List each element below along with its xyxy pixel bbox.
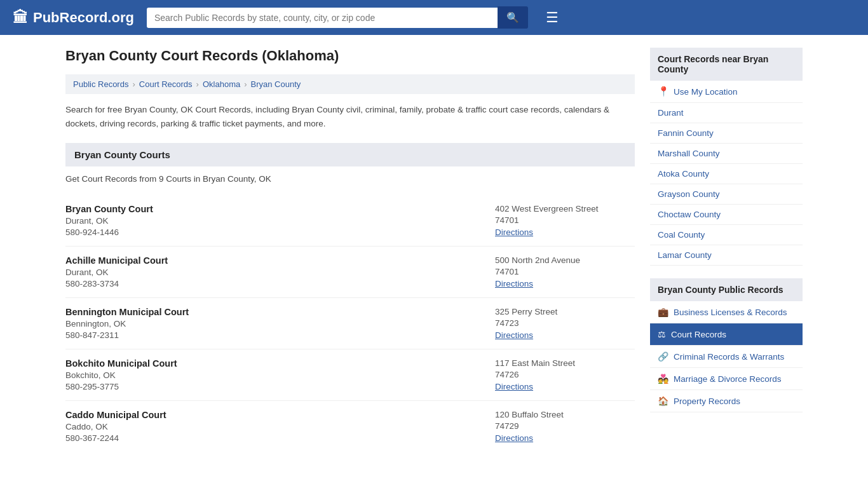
court-city: Bennington, OK	[65, 319, 189, 329]
pub-record-link[interactable]: Criminal Records & Warrants	[674, 352, 784, 362]
pub-record-link[interactable]: Property Records	[674, 396, 740, 406]
court-phone: 580-847-2311	[65, 330, 189, 340]
nearby-durant[interactable]: Durant	[650, 103, 803, 123]
search-button[interactable]: 🔍	[498, 6, 528, 29]
breadcrumb-court-records[interactable]: Court Records	[139, 79, 193, 89]
rec-icon: 🏠	[658, 396, 668, 406]
pub-record-item[interactable]: 🏠 Property Records	[650, 390, 803, 412]
court-name: Bennington Municipal Court	[65, 307, 189, 317]
court-right-0: 402 West Evergreen Street 74701 Directio…	[495, 204, 635, 237]
sidebar-pub-records-header: Bryan County Public Records	[650, 278, 803, 301]
rec-icon: 💼	[658, 307, 668, 317]
pub-record-item[interactable]: 💼 Business Licenses & Records	[650, 301, 803, 323]
court-zip: 74701	[495, 267, 635, 276]
court-phone: 580-283-3734	[65, 279, 168, 288]
nearby-grayson[interactable]: Grayson County	[650, 184, 803, 205]
court-address: 117 East Main Street	[495, 358, 635, 368]
breadcrumb-sep-3: ›	[244, 79, 247, 89]
location-icon: 📍	[658, 86, 670, 97]
rec-icon: ⚖	[658, 329, 666, 339]
court-city: Durant, OK	[65, 216, 153, 226]
site-header: 🏛 PubRecord.org 🔍 ☰	[0, 0, 868, 35]
court-city: Durant, OK	[65, 268, 168, 277]
breadcrumb-sep-1: ›	[132, 79, 135, 89]
courts-section-header: Bryan County Courts	[65, 143, 635, 166]
nearby-coal[interactable]: Coal County	[650, 225, 803, 245]
pub-record-link[interactable]: Marriage & Divorce Records	[674, 374, 782, 384]
court-left-0: Bryan County Court Durant, OK 580-924-14…	[65, 204, 153, 237]
court-name: Caddo Municipal Court	[65, 410, 166, 420]
logo-icon: 🏛	[13, 9, 28, 27]
directions-link[interactable]: Directions	[495, 433, 533, 443]
nearby-fannin[interactable]: Fannin County	[650, 123, 803, 144]
court-card: Bryan County Court Durant, OK 580-924-14…	[65, 195, 635, 247]
sidebar: Court Records near Bryan County 📍 Use My…	[650, 48, 803, 452]
court-name: Bokchito Municipal Court	[65, 358, 177, 369]
content-area: Bryan County Court Records (Oklahoma) Pu…	[65, 48, 635, 452]
breadcrumb: Public Records › Court Records › Oklahom…	[65, 74, 635, 94]
court-phone: 580-924-1446	[65, 227, 153, 237]
court-name: Bryan County Court	[65, 204, 153, 214]
nearby-marshall[interactable]: Marshall County	[650, 144, 803, 164]
court-left-4: Caddo Municipal Court Caddo, OK 580-367-…	[65, 410, 166, 443]
court-zip: 74723	[495, 318, 635, 328]
use-location-link[interactable]: Use My Location	[674, 87, 738, 97]
sidebar-nearby-header: Court Records near Bryan County	[650, 48, 803, 81]
sidebar-public-records: Bryan County Public Records 💼 Business L…	[650, 278, 803, 412]
court-zip: 74726	[495, 370, 635, 379]
court-address: 120 Buffalo Street	[495, 410, 635, 419]
pub-record-item[interactable]: 💑 Marriage & Divorce Records	[650, 368, 803, 390]
court-city: Bokchito, OK	[65, 370, 177, 380]
court-right-1: 500 North 2nd Avenue 74701 Directions	[495, 255, 635, 288]
pub-record-item[interactable]: 🔗 Criminal Records & Warrants	[650, 346, 803, 368]
menu-icon: ☰	[546, 10, 559, 25]
sidebar-nearby-list: 📍 Use My Location Durant Fannin County M…	[650, 81, 803, 266]
search-icon: 🔍	[506, 12, 519, 23]
logo[interactable]: 🏛 PubRecord.org	[13, 9, 134, 27]
page-description: Search for free Bryan County, OK Court R…	[65, 103, 635, 130]
directions-link[interactable]: Directions	[495, 382, 533, 391]
logo-text: PubRecord.org	[33, 10, 134, 26]
court-left-1: Achille Municipal Court Durant, OK 580-2…	[65, 255, 168, 288]
use-my-location[interactable]: 📍 Use My Location	[650, 81, 803, 103]
court-card: Achille Municipal Court Durant, OK 580-2…	[65, 247, 635, 298]
pub-record-item[interactable]: ⚖ Court Records	[650, 323, 803, 346]
nearby-atoka[interactable]: Atoka County	[650, 164, 803, 184]
directions-link[interactable]: Directions	[495, 279, 533, 288]
breadcrumb-public-records[interactable]: Public Records	[73, 79, 128, 89]
menu-button[interactable]: ☰	[546, 10, 559, 26]
court-city: Caddo, OK	[65, 422, 166, 431]
court-card: Caddo Municipal Court Caddo, OK 580-367-…	[65, 401, 635, 452]
court-card: Bennington Municipal Court Bennington, O…	[65, 298, 635, 349]
public-records-list: 💼 Business Licenses & Records ⚖ Court Re…	[650, 301, 803, 412]
search-input[interactable]	[147, 8, 498, 28]
court-left-2: Bennington Municipal Court Bennington, O…	[65, 307, 189, 340]
courts-count: Get Court Records from 9 Courts in Bryan…	[65, 174, 635, 184]
breadcrumb-bryan-county[interactable]: Bryan County	[251, 79, 301, 89]
nearby-choctaw[interactable]: Choctaw County	[650, 205, 803, 225]
court-right-4: 120 Buffalo Street 74729 Directions	[495, 410, 635, 443]
court-name: Achille Municipal Court	[65, 255, 168, 266]
directions-link[interactable]: Directions	[495, 330, 533, 340]
main-container: Bryan County Court Records (Oklahoma) Pu…	[53, 35, 815, 464]
pub-record-link[interactable]: Business Licenses & Records	[674, 308, 787, 317]
nearby-lamar[interactable]: Lamar County	[650, 245, 803, 266]
rec-icon: 💑	[658, 374, 668, 384]
court-zip: 74701	[495, 215, 635, 225]
court-phone: 580-367-2244	[65, 433, 166, 443]
court-right-2: 325 Perry Street 74723 Directions	[495, 307, 635, 340]
court-card: Bokchito Municipal Court Bokchito, OK 58…	[65, 349, 635, 401]
court-left-3: Bokchito Municipal Court Bokchito, OK 58…	[65, 358, 177, 391]
courts-list: Bryan County Court Durant, OK 580-924-14…	[65, 195, 635, 452]
pub-record-link[interactable]: Court Records	[671, 330, 726, 339]
breadcrumb-sep-2: ›	[196, 79, 199, 89]
court-right-3: 117 East Main Street 74726 Directions	[495, 358, 635, 391]
court-address: 325 Perry Street	[495, 307, 635, 316]
court-zip: 74729	[495, 421, 635, 431]
search-area: 🔍	[147, 6, 528, 29]
court-address: 402 West Evergreen Street	[495, 204, 635, 214]
breadcrumb-oklahoma[interactable]: Oklahoma	[203, 79, 240, 89]
directions-link[interactable]: Directions	[495, 227, 533, 237]
court-address: 500 North 2nd Avenue	[495, 255, 635, 265]
page-title: Bryan County Court Records (Oklahoma)	[65, 48, 635, 64]
